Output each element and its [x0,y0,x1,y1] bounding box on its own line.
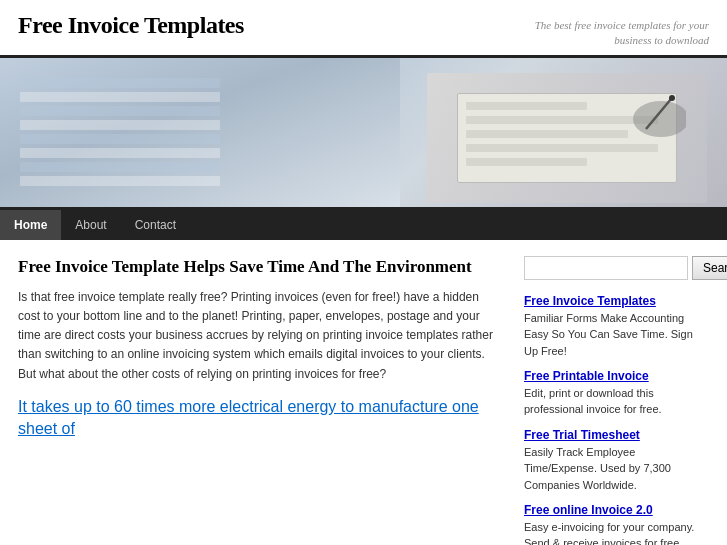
nav-item-about[interactable]: About [61,210,120,240]
ledger-lines [20,78,220,198]
site-header: Free Invoice Templates The best free inv… [0,0,727,55]
main-content: Free Invoice Template Helps Save Time An… [18,256,504,545]
article-title: Free Invoice Template Helps Save Time An… [18,256,504,278]
svg-point-2 [669,95,675,101]
ad-link-1[interactable]: Free Invoice Templates [524,294,709,308]
ad-text-3: Easily Track Employee Time/Expense. Used… [524,446,671,491]
ad-link-3[interactable]: Free Trial Timesheet [524,428,709,442]
article-body: Is that free invoice template really fre… [18,288,504,384]
content-wrapper: Free Invoice Template Helps Save Time An… [0,240,727,545]
ad-block-3: Free Trial Timesheet Easily Track Employ… [524,428,709,493]
ad-link-2[interactable]: Free Printable Invoice [524,369,709,383]
search-input[interactable] [524,256,688,280]
svg-point-0 [633,101,686,137]
site-title: Free Invoice Templates [18,12,244,39]
search-button[interactable]: Search [692,256,727,280]
ad-text-1: Familiar Forms Make Accounting Easy So Y… [524,312,693,357]
ad-block-1: Free Invoice Templates Familiar Forms Ma… [524,294,709,359]
hero-right [427,73,707,203]
ad-text-4: Easy e-invoicing for your company. Send … [524,521,694,545]
page-wrapper: Free Invoice Templates The best free inv… [0,0,727,545]
ad-block-4: Free online Invoice 2.0 Easy e-invoicing… [524,503,709,545]
ad-block-2: Free Printable Invoice Edit, print or do… [524,369,709,418]
nav-item-contact[interactable]: Contact [121,210,190,240]
ad-link-4[interactable]: Free online Invoice 2.0 [524,503,709,517]
ad-text-2: Edit, print or download this professiona… [524,387,662,415]
site-tagline: The best free invoice templates for your… [529,12,709,49]
nav-bar: Home About Contact [0,210,727,240]
sidebar: Search Free Invoice Templates Familiar F… [524,256,709,545]
search-box: Search [524,256,709,280]
hero-banner [0,55,727,210]
article-read-more-link[interactable]: It takes up to 60 times more electrical … [18,398,479,437]
nav-item-home[interactable]: Home [0,210,61,240]
check-paper [457,93,677,183]
hero-left [0,58,400,207]
hand-pen-icon [606,89,686,139]
